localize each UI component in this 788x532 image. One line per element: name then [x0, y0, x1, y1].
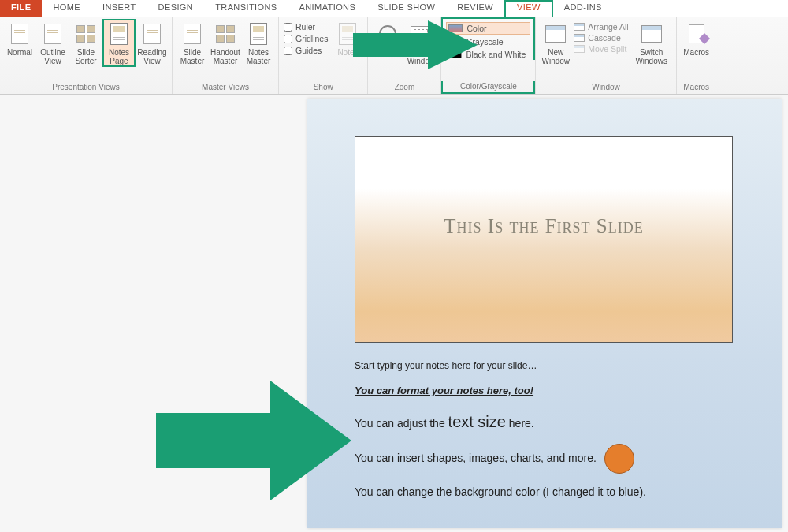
switch-windows-button[interactable]: SwitchWindows	[630, 19, 673, 66]
outline-view-label: OutlineView	[40, 48, 65, 65]
group-master-views: SlideMaster HandoutMaster NotesMaster Ma…	[173, 17, 279, 94]
group-label-presentation-views: Presentation Views	[3, 82, 169, 93]
tab-insert[interactable]: INSERT	[91, 0, 147, 17]
cascade-icon	[574, 34, 585, 42]
group-window: NewWindow Arrange All Cascade Move Split…	[536, 17, 676, 94]
normal-view-label: Normal	[7, 48, 32, 57]
tab-addins[interactable]: ADD-INS	[553, 0, 613, 17]
notes-master-icon	[247, 22, 270, 46]
macros-icon	[685, 22, 708, 46]
guides-checkbox[interactable]: Guides	[284, 46, 328, 55]
normal-view-icon	[8, 22, 32, 46]
switch-windows-label: SwitchWindows	[635, 48, 667, 65]
slide-title: This Is the First Slide	[355, 215, 732, 342]
notes-body[interactable]: Start typing your notes here for your sl…	[355, 359, 734, 510]
tab-home[interactable]: HOME	[42, 0, 91, 17]
group-label-master-views: Master Views	[176, 82, 275, 93]
slide-master-button[interactable]: SlideMaster	[176, 19, 209, 66]
ruler-checkbox[interactable]: Ruler	[284, 22, 328, 32]
tab-animations[interactable]: ANIMATIONS	[288, 0, 367, 17]
move-split-icon	[574, 45, 585, 53]
switch-windows-icon	[640, 22, 663, 46]
macros-button[interactable]: Macros	[680, 19, 713, 58]
new-window-button[interactable]: NewWindow	[539, 19, 572, 66]
group-macros: Macros Macros	[677, 17, 716, 94]
group-label-window: Window	[539, 82, 672, 93]
reading-view-icon	[140, 22, 164, 46]
slide-master-label: SlideMaster	[180, 48, 205, 65]
new-window-icon	[544, 22, 567, 46]
notes-line-2: You can format your notes here, too!	[355, 383, 734, 400]
tab-review[interactable]: REVIEW	[446, 0, 504, 17]
group-label-macros: Macros	[680, 82, 713, 93]
notes-line-3: You can adjust the text size here.	[355, 409, 734, 434]
tab-slideshow[interactable]: SLIDE SHOW	[366, 0, 446, 17]
group-label-zoom: Zoom	[371, 82, 437, 93]
slide-sorter-label: SlideSorter	[75, 48, 96, 65]
handout-master-icon	[214, 22, 237, 46]
notes-page-sheet[interactable]: This Is the First Slide Start typing you…	[307, 99, 782, 528]
orange-circle-shape[interactable]	[604, 444, 634, 474]
notes-line-5: You can change the background color (I c…	[355, 483, 734, 500]
tab-file[interactable]: FILE	[0, 0, 42, 17]
slide-thumbnail[interactable]: This Is the First Slide	[355, 136, 733, 343]
notes-page-icon	[107, 22, 131, 46]
gridlines-checkbox[interactable]: Gridlines	[284, 34, 328, 43]
tab-transitions[interactable]: TRANSITIONS	[204, 0, 288, 17]
reading-view-label: ReadingView	[137, 48, 166, 65]
slide-sorter-button[interactable]: SlideSorter	[69, 19, 102, 66]
outline-view-icon	[41, 22, 65, 46]
notes-master-label: NotesMaster	[247, 48, 271, 65]
notes-page-label: NotesPage	[109, 48, 129, 65]
normal-view-button[interactable]: Normal	[3, 19, 36, 58]
slide-sorter-icon	[74, 22, 98, 46]
svg-marker-0	[353, 20, 478, 69]
slide-master-icon	[180, 22, 204, 46]
arrange-all-icon	[574, 23, 585, 31]
handout-master-button[interactable]: HandoutMaster	[209, 19, 242, 66]
annotation-arrow-bottom	[156, 378, 353, 504]
arrange-all-button[interactable]: Arrange All	[574, 22, 628, 32]
move-split-button[interactable]: Move Split	[574, 44, 628, 54]
notes-line-1: Start typing your notes here for your sl…	[355, 359, 734, 374]
cascade-button[interactable]: Cascade	[574, 33, 628, 43]
outline-view-button[interactable]: OutlineView	[36, 19, 69, 66]
annotation-arrow-top	[353, 17, 479, 73]
handout-master-label: HandoutMaster	[210, 48, 240, 65]
group-presentation-views: Normal OutlineView SlideSorter NotesPage…	[0, 17, 173, 94]
new-window-label: NewWindow	[542, 48, 571, 65]
notes-page-button[interactable]: NotesPage	[102, 19, 136, 67]
group-label-show: Show	[282, 82, 364, 93]
notes-page-workarea: This Is the First Slide Start typing you…	[0, 95, 788, 532]
notes-line-4: You can insert shapes, images, charts, a…	[355, 444, 734, 474]
notes-master-button[interactable]: NotesMaster	[242, 19, 275, 66]
tab-view[interactable]: VIEW	[504, 0, 553, 17]
reading-view-button[interactable]: ReadingView	[136, 19, 169, 66]
macros-label: Macros	[683, 48, 709, 57]
group-label-color-grayscale: Color/Grayscale	[441, 81, 535, 94]
tab-design[interactable]: DESIGN	[147, 0, 205, 17]
ribbon-tabs: FILE HOME INSERT DESIGN TRANSITIONS ANIM…	[0, 0, 788, 17]
svg-marker-1	[156, 381, 351, 500]
